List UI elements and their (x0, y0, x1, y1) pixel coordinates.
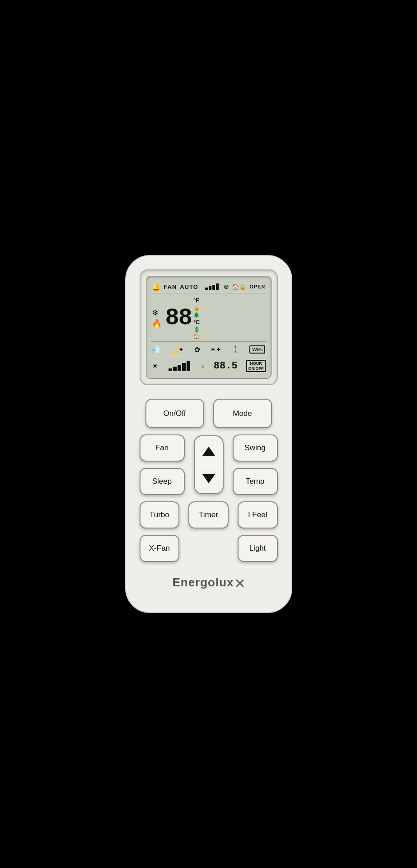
buttons-section: On/Off Mode Fan Sleep Swing Temp (140, 399, 278, 562)
row-onoff-mode: On/Off Mode (140, 399, 278, 428)
sun-lg-icon: ☀ (152, 362, 158, 370)
timer-button[interactable]: Timer (188, 501, 229, 528)
oper-label: OPER (249, 284, 265, 289)
bell-icon: 🔔 (152, 283, 161, 291)
brand-label: Energolux (140, 576, 278, 590)
onoff-button[interactable]: On/Off (145, 399, 204, 428)
up-arrow-icon (202, 447, 215, 456)
lcd-row2: ❄ 🔥 88 °F 🔒 🌲 °C 💲 🏠 (151, 295, 267, 342)
auto-label: AUTO (180, 283, 198, 290)
left-btns: Fan Sleep (140, 434, 185, 495)
hour-label: HOUR (248, 361, 263, 366)
on-off-label: ON|OFF (248, 366, 263, 371)
circle-o-icon: ○ (201, 363, 205, 369)
brand-text: Energolux (172, 576, 234, 589)
swing-button[interactable]: Swing (233, 434, 278, 462)
wifi-badge: WiFi (249, 345, 265, 354)
arrow-down-area[interactable] (195, 474, 223, 483)
person-sensor-icon: 🚶‍ (232, 346, 239, 353)
down-arrow-icon (202, 474, 215, 483)
home-lock-icon: 🏠🔒 (232, 283, 246, 290)
wind-icon: 💨 (152, 345, 161, 354)
ifeel-button[interactable]: I Feel (238, 501, 278, 528)
row-xfan-light: X-Fan Light (140, 535, 278, 562)
temp-units: °F 🔒 🌲 °C 💲 🏠 (193, 297, 200, 340)
timer-display: 88.5 (214, 360, 238, 372)
display-container: 🔔 FAN AUTO ⊛ 🏠🔒 OPER ❄ 🔥 8 (140, 269, 278, 386)
temperature-display: 88 (165, 307, 192, 330)
left-mode-icons: ❄ 🔥 (152, 308, 162, 329)
fan-bars (205, 283, 219, 290)
sun-icon: ☀✦ (210, 346, 221, 353)
arrow-button[interactable] (194, 435, 224, 494)
lcd-row4: ☀ ○ 88.5 HOUR ON|OFF (151, 358, 267, 374)
xfan-button[interactable]: X-Fan (140, 535, 180, 562)
mode-button[interactable]: Mode (213, 399, 272, 428)
coin-icon: 💲 (193, 326, 200, 333)
lock-icon: 🔒 (193, 305, 200, 311)
lcd-row1: 🔔 FAN AUTO ⊛ 🏠🔒 OPER (151, 281, 267, 293)
fan-spin-icon: ⊛ (224, 283, 229, 290)
lcd-row3: 💨 🌙✦ ✿ ☀✦ 🚶‍ WiFi (151, 344, 267, 356)
fahrenheit-unit: °F (193, 297, 200, 304)
home-icon: 🏠 (193, 334, 200, 340)
light-button[interactable]: Light (238, 535, 278, 562)
row-turbo-timer-ifeel: Turbo Timer I Feel (140, 501, 278, 528)
right-btns: Swing Temp (233, 434, 278, 495)
row-fan-arrow-swing: Fan Sleep Swing Temp (140, 434, 278, 495)
fan-icon: ✿ (194, 345, 200, 354)
snowflake-icon: ❄ (152, 308, 162, 318)
turbo-button[interactable]: Turbo (140, 501, 180, 528)
arrow-up-area[interactable] (195, 447, 223, 456)
fan-button[interactable]: Fan (140, 434, 185, 462)
remote-control: 🔔 FAN AUTO ⊛ 🏠🔒 OPER ❄ 🔥 8 (125, 255, 292, 613)
arrow-divider (197, 465, 220, 465)
brand-x-icon (235, 578, 245, 588)
sleep-button[interactable]: Sleep (140, 468, 185, 495)
lcd-screen: 🔔 FAN AUTO ⊛ 🏠🔒 OPER ❄ 🔥 8 (146, 276, 272, 379)
temp-button[interactable]: Temp (233, 468, 278, 495)
fan-label: FAN (164, 283, 177, 290)
moon-star-icon: 🌙✦ (171, 346, 184, 353)
tree-icon: 🌲 (193, 312, 200, 318)
fan-speed-bars (169, 361, 190, 371)
celsius-unit: °C (193, 319, 200, 326)
flame-icon: 🔥 (152, 319, 162, 329)
hour-badge: HOUR ON|OFF (246, 360, 265, 373)
